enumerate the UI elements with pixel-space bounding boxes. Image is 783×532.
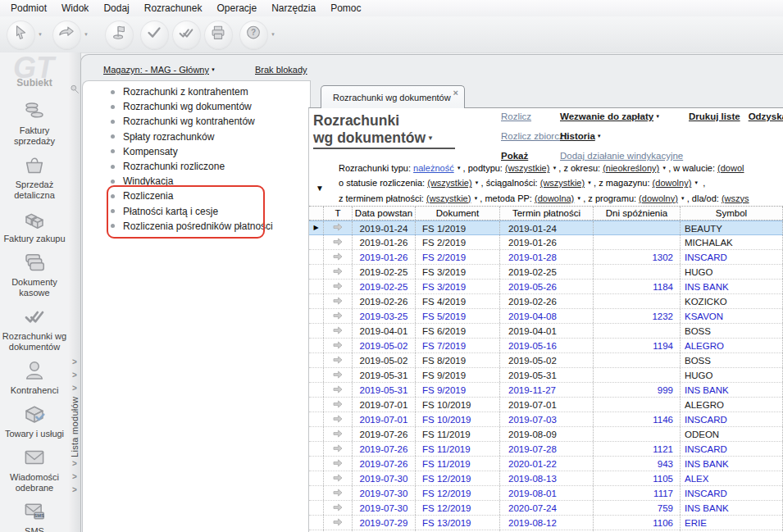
menu-item-dodaj[interactable]: Dodaj xyxy=(96,1,136,16)
module-wiadomości-odebrane[interactable]: Wiadomości odebrane xyxy=(1,445,68,493)
dropdown-arrow-icon[interactable]: ▼ xyxy=(457,161,462,175)
module-kontrahenci[interactable]: Kontrahenci xyxy=(11,358,59,396)
action-rozlicz[interactable]: Rozlicz xyxy=(501,111,531,121)
tree-item-spłaty-rozrachunków[interactable]: Spłaty rozrachunków xyxy=(83,130,310,144)
blokada-link[interactable]: Brak blokady xyxy=(255,65,307,75)
menu-item-widok[interactable]: Widok xyxy=(54,1,96,16)
table-row[interactable]: 2019-07-01FS 10/20192019-07-031146INSCAR… xyxy=(309,412,783,427)
menu-item-operacje[interactable]: Operacje xyxy=(209,1,264,16)
table-row[interactable]: 2019-02-25FS 3/20192019-05-261184INS BAN… xyxy=(309,280,783,294)
table-row[interactable]: 2019-04-01FS 6/20192019-04-01BOSS xyxy=(309,324,783,339)
dropdown-arrow-icon[interactable]: ▼ xyxy=(473,191,478,206)
tree-item-rozrachunki-rozliczone[interactable]: Rozrachunki rozliczone xyxy=(83,159,310,174)
column-header-dokument[interactable]: Dokument xyxy=(416,207,500,220)
printer-button[interactable] xyxy=(204,20,233,49)
table-row[interactable]: 2019-03-25FS 5/20192019-04-081232KSAVON xyxy=(309,309,783,324)
filter-value-należność[interactable]: należność xyxy=(413,163,454,173)
menu-item-pomoc[interactable]: Pomoc xyxy=(323,1,368,16)
tree-item-kompensaty[interactable]: Kompensaty xyxy=(83,144,310,159)
column-header-data-powstan[interactable]: Data powstan xyxy=(353,207,416,220)
menu-item-rozrachunek[interactable]: Rozrachunek xyxy=(137,1,210,16)
page-title[interactable]: Rozrachunki wg dokumentów▼ xyxy=(313,112,455,149)
chevron-right-icon[interactable]: > xyxy=(72,471,77,484)
module-list-strip[interactable]: > > > Lista modułów > > > xyxy=(69,52,81,532)
table-row[interactable]: 2019-07-26FS 11/20192019-07-281121INSCAR… xyxy=(309,442,783,457)
dropdown-arrow-icon[interactable]: ▼ xyxy=(552,161,557,175)
column-header-dni-spóźnienia[interactable]: Dni spóźnienia xyxy=(594,207,681,220)
dropdown-arrow-icon[interactable]: ▼ xyxy=(576,191,581,206)
action-rozlicz-zbiorczo[interactable]: Rozlicz zbiorczo xyxy=(501,131,569,141)
tree-item-rozrachunki-wg-dokumentów[interactable]: Rozrachunki wg dokumentów xyxy=(83,99,310,114)
pointer-button[interactable] xyxy=(7,20,35,49)
table-row[interactable]: 2019-01-26FS 2/20192019-01-281302INSCARD xyxy=(309,250,783,265)
dropdown-arrow-icon[interactable]: ▼ xyxy=(587,175,592,190)
close-icon[interactable]: × xyxy=(453,88,458,98)
chevron-right-icon[interactable]: > xyxy=(72,382,77,395)
action-odzyskaj-p[interactable]: Odzyskaj p xyxy=(749,111,783,121)
filter-value-wszystkie[interactable]: (wszystkie) xyxy=(427,178,471,188)
filter-value-dowolny[interactable]: (dowolny) xyxy=(653,178,692,188)
table-row[interactable]: 2019-05-31FS 9/20192019-05-31HUGO xyxy=(309,368,783,383)
menu-item-podmiot[interactable]: Podmiot xyxy=(3,1,54,16)
table-row[interactable]: 2019-07-30FS 12/20192019-08-131105ALEX xyxy=(309,471,783,486)
pin-icon[interactable] xyxy=(69,84,80,95)
tree-item-rozliczenia-pośredników-płatności[interactable]: Rozliczenia pośredników płatności xyxy=(83,219,310,234)
dropdown-arrow-icon[interactable]: ▼ xyxy=(694,175,699,190)
table-row[interactable]: 2019-02-26FS 4/20192019-02-26KOZICKO xyxy=(309,294,783,309)
table-row[interactable]: ▶2019-01-24FS 1/20192019-01-24BEAUTY xyxy=(309,221,783,235)
table-row[interactable]: 2019-07-26FS 11/20192020-01-22943INS BAN… xyxy=(309,457,783,471)
chevron-right-icon[interactable]: > xyxy=(72,484,77,497)
action-pokaż[interactable]: Pokaż xyxy=(501,151,528,161)
table-row[interactable]: 2019-02-25FS 3/20192019-02-25HUGO xyxy=(309,265,783,280)
table-row[interactable]: 2019-01-26FS 2/20192019-01-26MICHALAK xyxy=(309,235,783,250)
chevron-right-icon[interactable]: > xyxy=(72,369,77,382)
dropdown-arrow-icon[interactable]: ▼ xyxy=(84,32,89,37)
filter-value-nieokreślony[interactable]: (nieokreślony) xyxy=(603,163,659,173)
filter-value-wszystkie[interactable]: (wszystkie) xyxy=(540,178,585,188)
module-faktury-zakupu[interactable]: Faktury zakupu xyxy=(3,207,65,244)
column-header-t[interactable]: T xyxy=(324,207,353,220)
filter-collapse-icon[interactable]: ▼ xyxy=(316,184,324,193)
dropdown-arrow-icon[interactable]: ▼ xyxy=(475,175,480,190)
tree-item-płatności-kartą-i-cesje[interactable]: Płatności kartą i cesje xyxy=(83,204,310,219)
dropdown-arrow-icon[interactable]: ▼ xyxy=(271,32,275,37)
tree-item-rozliczenia[interactable]: Rozliczenia xyxy=(83,189,310,203)
module-dokumenty-kasowe[interactable]: Dokumenty kasowe xyxy=(1,250,68,298)
dropdown-arrow-icon[interactable]: ▼ xyxy=(662,161,667,175)
tree-item-rozrachunki-z-kontrahentem[interactable]: Rozrachunki z kontrahentem xyxy=(83,84,310,99)
table-row[interactable]: 2019-05-31FS 9/20192019-11-27999INS BANK xyxy=(309,383,783,398)
dropdown-arrow-icon[interactable]: ▼ xyxy=(655,114,660,119)
dropdown-arrow-icon[interactable]: ▼ xyxy=(597,134,602,139)
chevron-right-icon[interactable]: > xyxy=(72,356,77,369)
filter-value-wszystkie[interactable]: (wszystkie) xyxy=(426,193,471,203)
table-row[interactable]: 2019-07-30FS 12/20192020-07-24759INS BAN… xyxy=(309,501,783,516)
action-wezwanie-do-zapłaty[interactable]: Wezwanie do zapłaty xyxy=(560,111,653,121)
table-row[interactable]: 2019-07-26FS 11/20192019-08-09ODEON xyxy=(309,427,783,442)
tree-item-windykacja[interactable]: Windykacja xyxy=(83,174,310,189)
filter-value-wszys[interactable]: (wszys xyxy=(722,193,749,203)
send-button[interactable] xyxy=(52,20,81,49)
tab-rozrachunki-wg-dokumentow[interactable]: Rozrachunki wg dokumentów × xyxy=(321,85,465,108)
column-header-termin-płatności[interactable]: Termin płatności xyxy=(500,207,594,220)
action-dodaj-działanie-windykacyjne[interactable]: Dodaj działanie windykacyjne xyxy=(560,151,683,161)
module-faktury-sprzedaży[interactable]: Faktury sprzedaży xyxy=(1,98,68,147)
table-row[interactable]: 2019-07-01FS 10/20192019-07-01ALEGRO xyxy=(309,398,783,412)
tree-item-rozrachunki-wg-kontrahentów[interactable]: Rozrachunki wg kontrahentów xyxy=(83,114,310,129)
module-sms-wiadomości-robocze[interactable]: SMSSMS Wiadomości robocze xyxy=(1,499,68,532)
table-row[interactable]: 2019-05-02FS 7/20192019-05-161194ALEGRO xyxy=(309,339,783,353)
dropdown-arrow-icon[interactable]: ▼ xyxy=(681,191,685,206)
menu-item-narzędzia[interactable]: Narzędzia xyxy=(264,1,323,16)
action-drukuj-liste[interactable]: Drukuj liste xyxy=(689,111,740,121)
filter-value-dowolny[interactable]: (dowolny) xyxy=(639,193,678,203)
table-row[interactable]: 2019-07-30FS 12/20192019-08-011117INSCAR… xyxy=(309,486,783,501)
check-button[interactable] xyxy=(140,20,169,49)
column-header-pointer[interactable] xyxy=(309,207,324,220)
filter-value-wszystkie[interactable]: (wszystkie) xyxy=(505,163,549,173)
chevron-right-icon[interactable]: > xyxy=(72,457,77,471)
module-sprzedaż-detaliczna[interactable]: Sprzedaż detaliczna xyxy=(1,152,68,201)
magazyn-selector[interactable]: Magazyn: - MAG - Główny▼ xyxy=(103,65,216,75)
filter-value-dowol[interactable]: (dowol xyxy=(717,163,744,173)
module-rozrachunki-wg-dokumentów[interactable]: Rozrachunki wg dokumentów xyxy=(1,304,68,352)
module-towary-i-usługi[interactable]: Towary i usługi xyxy=(5,402,64,439)
filter-value-dowolna[interactable]: (dowolna) xyxy=(535,193,574,203)
